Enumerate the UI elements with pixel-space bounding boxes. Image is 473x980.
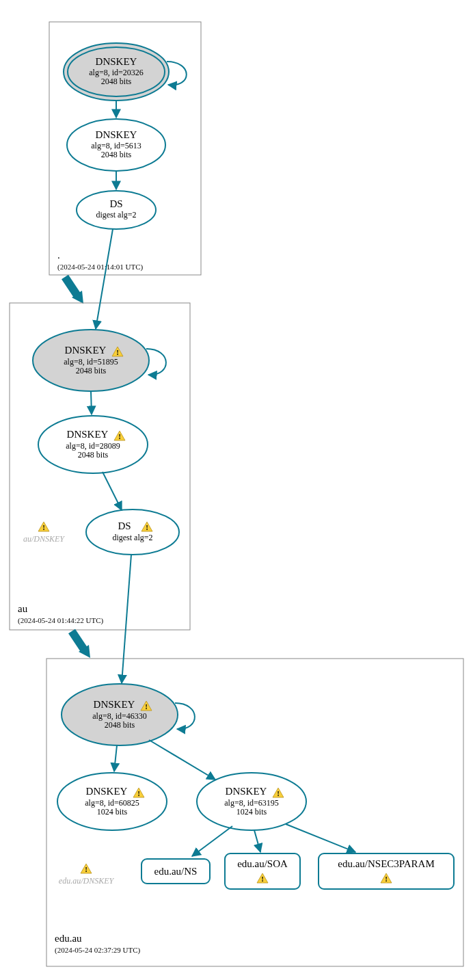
node-rr-ns[interactable]: edu.au/NS [141, 859, 210, 884]
svg-text:DNSKEY: DNSKEY [65, 345, 107, 356]
svg-text:alg=8, id=63195: alg=8, id=63195 [224, 798, 279, 808]
svg-text:1024 bits: 1024 bits [236, 807, 267, 817]
svg-text:DNSKEY: DNSKEY [96, 129, 137, 140]
side-warning-edu: edu.au/DNSKEY [59, 864, 115, 886]
svg-point-23 [86, 509, 179, 555]
node-root-ksk[interactable]: DNSKEY alg=8, id=20326 2048 bits [64, 43, 169, 101]
edge-zsk2-soa [254, 830, 260, 852]
svg-text:alg=8, id=51895: alg=8, id=51895 [64, 357, 118, 367]
svg-text:edu.au/NS: edu.au/NS [154, 866, 198, 877]
zone-edu-time: (2024-05-24 02:37:29 UTC) [55, 946, 141, 955]
node-edu-zsk1[interactable]: DNSKEY alg=8, id=60825 1024 bits [57, 773, 167, 830]
svg-text:2048 bits: 2048 bits [105, 720, 135, 730]
zone-au-time: (2024-05-24 01:44:22 UTC) [18, 616, 104, 625]
zone-root: . (2024-05-24 01:14:01 UTC) DNSKEY alg=8… [49, 22, 201, 275]
svg-text:alg=8, id=20326: alg=8, id=20326 [89, 68, 144, 77]
svg-text:DNSKEY: DNSKEY [67, 429, 109, 440]
svg-text:alg=8, id=28089: alg=8, id=28089 [66, 441, 120, 451]
edge-au-ksk-zsk [91, 391, 92, 414]
zone-edu-au: edu.au (2024-05-24 02:37:29 UTC) DNSKEY … [46, 555, 463, 966]
edge-zone-au-edu [72, 631, 84, 650]
node-root-zsk[interactable]: DNSKEY alg=8, id=5613 2048 bits [67, 119, 165, 171]
node-au-ds[interactable]: DS digest alg=2 [86, 509, 179, 555]
svg-text:edu.au/DNSKEY: edu.au/DNSKEY [59, 876, 115, 886]
svg-text:DNSKEY: DNSKEY [226, 786, 267, 797]
svg-text:DS: DS [118, 520, 131, 531]
svg-text:DNSKEY: DNSKEY [96, 56, 137, 67]
node-root-ds[interactable]: DS digest alg=2 [77, 191, 156, 229]
svg-text:2048 bits: 2048 bits [76, 366, 107, 375]
svg-text:alg=8, id=46330: alg=8, id=46330 [92, 711, 147, 721]
warning-icon [81, 864, 92, 873]
zone-edu-title: edu.au [55, 933, 82, 944]
node-rr-nsec3[interactable]: edu.au/NSEC3PARAM [319, 853, 454, 889]
svg-text:DS: DS [109, 198, 122, 209]
node-rr-soa[interactable]: edu.au/SOA [225, 853, 300, 889]
zone-root-title: . [57, 250, 60, 261]
svg-text:alg=8, id=5613: alg=8, id=5613 [91, 141, 141, 150]
edge-zone-root-au [65, 277, 77, 295]
node-edu-zsk2[interactable]: DNSKEY alg=8, id=63195 1024 bits [197, 773, 306, 830]
warning-icon [38, 522, 49, 531]
node-au-zsk[interactable]: DNSKEY alg=8, id=28089 2048 bits [38, 416, 148, 473]
svg-text:DNSKEY: DNSKEY [86, 786, 128, 797]
edge-root-ds-au-ksk [96, 229, 113, 329]
node-edu-ksk[interactable]: DNSKEY alg=8, id=46330 2048 bits [62, 684, 178, 745]
edge-zsk2-nsec3 [286, 824, 355, 852]
svg-text:DNSKEY: DNSKEY [94, 699, 135, 710]
svg-text:2048 bits: 2048 bits [78, 450, 109, 460]
svg-text:digest alg=2: digest alg=2 [96, 210, 136, 220]
svg-text:au/DNSKEY: au/DNSKEY [23, 534, 65, 544]
edge-edu-ksk-zsk2 [149, 740, 215, 780]
svg-text:edu.au/SOA: edu.au/SOA [237, 858, 288, 869]
dnssec-graph: ! . (2024-05-24 01:14:01 UTC) DNSKEY alg… [0, 0, 473, 980]
zone-au: au (2024-05-24 01:44:22 UTC) DNSKEY alg=… [10, 229, 190, 630]
svg-text:alg=8, id=60825: alg=8, id=60825 [85, 798, 139, 808]
edge-root-ksk-self [167, 62, 187, 85]
svg-text:2048 bits: 2048 bits [101, 77, 132, 86]
svg-text:edu.au/NSEC3PARAM: edu.au/NSEC3PARAM [338, 858, 435, 869]
edge-zsk2-ns [192, 826, 232, 856]
svg-text:2048 bits: 2048 bits [101, 150, 132, 159]
svg-text:digest alg=2: digest alg=2 [112, 533, 152, 542]
zone-root-time: (2024-05-24 01:14:01 UTC) [57, 263, 144, 272]
node-au-ksk[interactable]: DNSKEY alg=8, id=51895 2048 bits [33, 330, 149, 391]
edge-au-ds-edu-ksk [122, 555, 131, 683]
edge-edu-ksk-zsk1 [114, 745, 117, 771]
svg-text:1024 bits: 1024 bits [97, 807, 128, 817]
side-warning-au: au/DNSKEY [23, 522, 65, 544]
edge-au-zsk-ds [103, 472, 122, 510]
zone-au-title: au [18, 603, 28, 614]
